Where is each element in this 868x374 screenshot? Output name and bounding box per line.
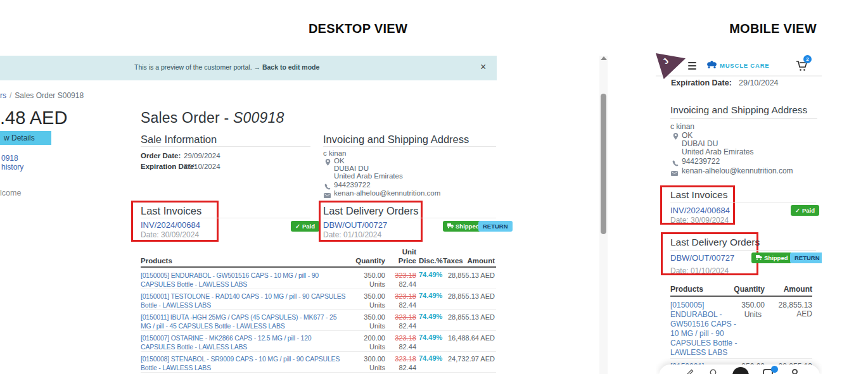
row-divider — [141, 351, 496, 352]
amount-cell: 28,855.13 AED — [770, 301, 812, 318]
address-email: kenan-alhelou@kennutrition.com — [334, 189, 440, 197]
order-date-label: Order Date: — [141, 152, 181, 159]
qty-cell: 300.00Units — [329, 354, 385, 372]
divider — [323, 218, 496, 218]
product-link[interactable]: [0150008] STENABOL - SR9009 CAPS - 10 MG… — [141, 354, 347, 372]
check-icon: ✓ — [295, 223, 300, 230]
location-pin-icon — [325, 157, 331, 168]
last-invoices-heading: Last Invoices — [141, 205, 201, 217]
delivery-reference-link[interactable]: DBW/OUT/00727 — [323, 220, 387, 230]
paid-badge-label: Paid — [302, 223, 315, 230]
return-button[interactable]: RETURN — [790, 252, 822, 263]
delivery-reference-link[interactable]: DBW/OUT/00727 — [670, 253, 734, 263]
row-divider — [141, 289, 496, 289]
preview-banner: This is a preview of the customer portal… — [0, 56, 497, 80]
view-details-button[interactable]: w Details — [0, 131, 51, 145]
amount-cell: 28,855.13 AED — [437, 313, 495, 321]
row-divider — [141, 330, 496, 331]
breadcrumb-orders-link[interactable]: rs — [0, 91, 6, 100]
page-title-text: Sales Order - — [141, 109, 233, 126]
last-invoices-heading: Last Invoices — [670, 189, 727, 201]
truck-icon — [447, 223, 454, 230]
chat-count-badge — [771, 366, 778, 373]
order-total-amount: .48 AED — [0, 108, 67, 128]
col-header-amount: Amount — [456, 257, 495, 265]
delivery-date: Date: 01/10/2024 — [670, 266, 729, 275]
address-heading: Invoicing and Shipping Address — [670, 104, 807, 116]
edit-pencil-icon[interactable] — [686, 368, 694, 374]
col-header-amount: Amount — [770, 285, 812, 294]
qty-cell: 350.00Units — [329, 292, 385, 309]
divider — [141, 146, 310, 147]
expiration-date-value: 29/10/2024 — [184, 163, 220, 170]
divider — [670, 250, 816, 251]
divider — [323, 146, 496, 147]
paid-badge: ✓ Paid — [791, 205, 819, 216]
delivery-date: Date: 01/10/2024 — [323, 230, 381, 239]
sidebar-footer-text: lcome — [0, 189, 21, 197]
page-title-number: S00918 — [233, 109, 284, 126]
price-cell: 323.1882.44 — [380, 271, 416, 289]
shipped-badge-label: Shipped — [764, 254, 788, 261]
last-deliveries-heading: Last Delivery Orders — [670, 237, 760, 248]
brand-logo-icon[interactable] — [706, 60, 718, 72]
amount-cell: 28,855.13 AED — [437, 271, 495, 280]
address-line1: OK — [334, 157, 345, 165]
shipped-badge: Shipped — [751, 252, 792, 263]
scrollbar-thumb[interactable] — [601, 94, 606, 234]
price-cell: 323.1882.44 — [380, 292, 416, 309]
address-line1: OK — [682, 131, 692, 140]
mobile-screenshot: MUSCLE CARE 2 J Expiration Date: 29/10/2… — [656, 53, 822, 374]
brand-logo-text[interactable]: MUSCLE CARE — [720, 62, 769, 69]
truck-icon — [756, 254, 762, 261]
address-line3: United Arab Emirates — [682, 147, 753, 156]
email-icon — [324, 189, 331, 201]
sidebar-history-link[interactable]: history — [1, 163, 23, 171]
address-heading: Invoicing and Shipping Address — [323, 134, 469, 146]
table-header-border — [141, 266, 496, 268]
mobile-view-title: MOBILE VIEW — [697, 22, 849, 36]
amount-cell: 24,732.97 AED — [437, 354, 495, 363]
sidebar-order-link[interactable]: 0918 — [1, 154, 18, 163]
breadcrumb-current: Sales Order S00918 — [15, 91, 84, 100]
email-icon — [671, 167, 678, 178]
breadcrumb: rs/Sales Order S00918 — [0, 91, 84, 100]
amount-cell: 16,488.64 AED — [437, 333, 495, 342]
search-icon[interactable] — [710, 368, 718, 374]
preview-banner-message: This is a preview of the customer portal… — [134, 63, 252, 71]
address-phone: 944239722 — [334, 181, 371, 189]
profile-icon[interactable] — [792, 369, 798, 374]
back-to-edit-link[interactable]: Back to edit mode — [262, 63, 319, 71]
check-icon: ✓ — [795, 207, 800, 214]
scrollbar-up-arrow[interactable] — [601, 56, 607, 60]
address-line2: DUBAI DU — [334, 165, 369, 172]
col-header-quantity: Quantity — [342, 257, 385, 265]
col-header-unit: Unit — [391, 248, 416, 256]
address-line3: United Arab Emirates — [334, 172, 403, 180]
product-link[interactable]: [0150001] TESTOLONE - RAD140 CAPS - 10 M… — [141, 292, 347, 309]
invoice-reference-link[interactable]: INV/2024/00684 — [670, 206, 730, 215]
mobile-header: MUSCLE CARE 2 — [656, 53, 822, 77]
product-link[interactable]: [0150007] OSTARINE - MK2866 CAPS - 12.5 … — [141, 333, 347, 351]
expiration-date-value: 29/10/2024 — [739, 78, 779, 87]
qty-cell: 350.00Units — [329, 271, 385, 289]
breadcrumb-separator: / — [6, 91, 15, 100]
price-cell: 323.1882.44 — [380, 354, 416, 372]
last-deliveries-heading: Last Delivery Orders — [323, 205, 418, 217]
invoice-reference-link[interactable]: INV/2024/00684 — [141, 220, 200, 230]
home-button[interactable] — [732, 367, 749, 374]
divider — [670, 203, 816, 203]
close-icon[interactable]: × — [480, 61, 486, 73]
return-button[interactable]: RETURN — [478, 221, 513, 232]
product-link[interactable]: [0150005] ENDURABOL - GW501516 CAPS - 10… — [141, 271, 347, 289]
invoice-date: Date: 30/09/2024 — [670, 216, 729, 225]
paid-badge-label: Paid — [802, 207, 815, 214]
sale-information-heading: Sale Information — [141, 134, 217, 146]
address-name: c kinan — [670, 122, 694, 131]
col-header-products: Products — [670, 285, 703, 294]
product-link[interactable]: [0150011] IBUTA -HGH 25MG / CAPS (45 CAP… — [141, 313, 347, 330]
col-header-disc: Disc.% — [419, 257, 443, 265]
row-divider — [141, 309, 496, 310]
hamburger-menu-icon[interactable] — [688, 62, 696, 72]
address-email: kenan-alhelou@kennutrition.com — [682, 166, 793, 175]
